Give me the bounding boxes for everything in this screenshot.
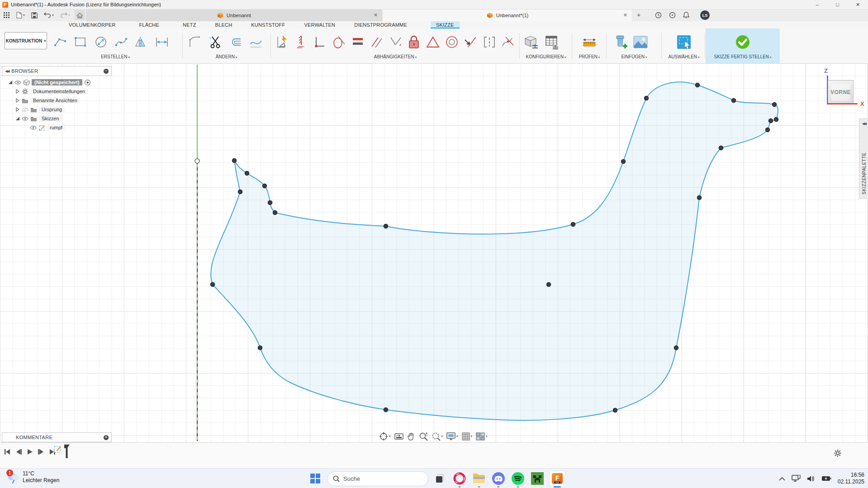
orbit-tool-icon[interactable]: ▾ xyxy=(379,432,391,441)
redo-button[interactable]: ▾ xyxy=(58,10,72,20)
browser-item-label[interactable]: (Nicht gespeichert) xyxy=(32,79,82,85)
minimize-button[interactable]: – xyxy=(807,0,827,9)
spline-point[interactable] xyxy=(263,184,267,188)
save-button[interactable] xyxy=(29,10,39,20)
browser-minus-icon[interactable]: − xyxy=(104,69,109,74)
minecraft-icon[interactable] xyxy=(530,471,545,486)
tab-close-icon[interactable]: ✕ xyxy=(623,12,627,18)
ribbon-tab-blech[interactable]: BLECH xyxy=(210,21,238,29)
sketch-scale-tool-icon[interactable] xyxy=(273,32,292,52)
spotify-icon[interactable] xyxy=(510,471,526,486)
rectangle-tool-icon[interactable] xyxy=(70,32,90,52)
maximize-button[interactable]: □ xyxy=(827,0,848,9)
view-cube-face-label[interactable]: VORNE xyxy=(830,89,851,95)
construction-dropdown[interactable]: KONSTRUKTION xyxy=(5,32,47,49)
ribbon-tab-flaeche[interactable]: FLÄCHE xyxy=(133,21,165,29)
undo-caret[interactable]: ▾ xyxy=(52,13,54,17)
constraint-tangent-icon[interactable] xyxy=(330,32,349,52)
group-label-select[interactable]: AUSWÄHLEN xyxy=(664,54,704,59)
spline-point[interactable] xyxy=(273,211,277,215)
collapsed-triangle-icon[interactable] xyxy=(15,98,20,103)
discord-icon[interactable] xyxy=(491,471,506,486)
timeline-skip-start-icon[interactable] xyxy=(4,448,11,455)
fusion-taskbar-icon[interactable]: FFUS xyxy=(549,470,565,487)
display-settings-icon[interactable]: ▾ xyxy=(446,432,458,441)
measure-tool-icon[interactable] xyxy=(579,32,600,52)
constraint-symmetric-triangle-icon[interactable] xyxy=(423,32,442,52)
visibility-eye-icon[interactable] xyxy=(30,124,37,131)
constraint-concentric-icon[interactable] xyxy=(442,32,461,52)
visibility-off-eye-icon[interactable] xyxy=(22,106,28,113)
constraint-midpoint-icon[interactable] xyxy=(461,32,480,52)
display-caret[interactable]: ▾ xyxy=(456,435,458,438)
network-display-icon[interactable] xyxy=(792,475,801,482)
taskbar-search[interactable]: Suche xyxy=(327,471,428,486)
grid-settings-icon[interactable]: ▾ xyxy=(462,432,473,441)
group-label-inspect[interactable]: PRÜFEN xyxy=(575,54,603,59)
configuration-table-icon[interactable] xyxy=(542,32,562,52)
user-avatar[interactable]: LS xyxy=(700,10,710,20)
constraint-parallel-icon[interactable] xyxy=(367,32,386,52)
constraint-symmetry-icon[interactable] xyxy=(480,32,499,52)
browser-item-label[interactable]: Benannte Ansichten xyxy=(30,97,80,104)
help-icon[interactable] xyxy=(669,12,676,19)
timeline-gear-icon[interactable] xyxy=(834,449,842,457)
expanded-triangle-icon[interactable] xyxy=(15,116,20,121)
mirror-tool-icon[interactable] xyxy=(131,32,152,52)
spline-point[interactable] xyxy=(547,283,551,287)
orbit-caret[interactable]: ▾ xyxy=(389,435,391,438)
ribbon-tab-netz[interactable]: NETZ xyxy=(177,21,202,29)
origin-point[interactable] xyxy=(195,159,199,163)
spline-point[interactable] xyxy=(245,171,249,175)
ribbon-tab-dienstprogramme[interactable]: DIENSTPROGRAMME xyxy=(349,21,413,29)
finish-sketch-check-icon[interactable] xyxy=(733,32,753,52)
constraint-coincident-icon[interactable] xyxy=(311,32,330,52)
viewports-caret[interactable]: ▾ xyxy=(486,435,488,438)
browser-row-named-views[interactable]: Benannte Ansichten xyxy=(2,96,112,105)
undo-button[interactable]: ▾ xyxy=(42,10,56,20)
view-cube-face-front[interactable]: VORNE xyxy=(828,80,854,104)
browser-header[interactable]: ◀◀ BROWSER − xyxy=(2,66,112,76)
timeline-position-marker[interactable] xyxy=(63,445,70,460)
spline-point[interactable] xyxy=(232,159,237,163)
spline-point[interactable] xyxy=(384,224,388,228)
comments-header[interactable]: KOMMENTARE + xyxy=(2,432,112,442)
project-curve-tool-icon[interactable] xyxy=(246,32,266,52)
look-at-tool-icon[interactable] xyxy=(394,433,403,440)
group-label-create[interactable]: ERSTELLEN xyxy=(50,54,181,59)
timeline-step-back-icon[interactable] xyxy=(15,448,22,455)
browser-row-sketch-rumpf[interactable]: rumpf xyxy=(2,123,112,132)
zoom-tool-icon[interactable] xyxy=(419,432,428,441)
opera-gx-icon[interactable] xyxy=(452,471,467,486)
view-cube[interactable]: Z VORNE X xyxy=(810,66,866,115)
ribbon-tab-verwalten[interactable]: VERWALTEN xyxy=(299,21,341,29)
group-label-insert[interactable]: EINFÜGEN xyxy=(610,54,659,59)
collapsed-triangle-icon[interactable] xyxy=(15,89,20,94)
sketch-canvas[interactable] xyxy=(0,63,868,442)
sketch-geometry[interactable] xyxy=(0,63,868,442)
collapsed-triangle-icon[interactable] xyxy=(15,107,20,112)
spline-tool-icon[interactable] xyxy=(111,32,131,52)
spline-point[interactable] xyxy=(773,103,777,107)
expanded-triangle-icon[interactable] xyxy=(8,80,13,85)
job-status-icon[interactable] xyxy=(655,12,662,19)
spline-point[interactable] xyxy=(774,118,778,122)
palette-expand-icon[interactable]: ◀◀ xyxy=(862,122,866,126)
spline-point[interactable] xyxy=(645,96,649,100)
activate-radio-icon[interactable] xyxy=(84,79,91,86)
spline-point[interactable] xyxy=(211,283,215,287)
home-view-button[interactable] xyxy=(75,10,85,20)
sketch-palette-strip[interactable]: ◀◀ SKIZZENPALETTE xyxy=(859,118,868,199)
notifications-bell-icon[interactable] xyxy=(683,12,689,19)
viewports-icon[interactable]: ▾ xyxy=(476,432,488,441)
tab-close-icon[interactable]: ✕ xyxy=(374,12,378,18)
group-label-constraints[interactable]: ABHÄNGIGKEITEN xyxy=(273,54,517,59)
start-button[interactable] xyxy=(308,471,323,486)
trim-tool-icon[interactable] xyxy=(205,32,225,52)
spline-point[interactable] xyxy=(613,408,617,412)
volume-icon[interactable] xyxy=(807,475,815,482)
constraint-curvature-icon[interactable] xyxy=(498,32,517,52)
timeline-sketch-icon[interactable] xyxy=(53,445,62,454)
insert-mcmaster-bolt-icon[interactable] xyxy=(610,32,630,52)
spline-point[interactable] xyxy=(674,346,678,350)
